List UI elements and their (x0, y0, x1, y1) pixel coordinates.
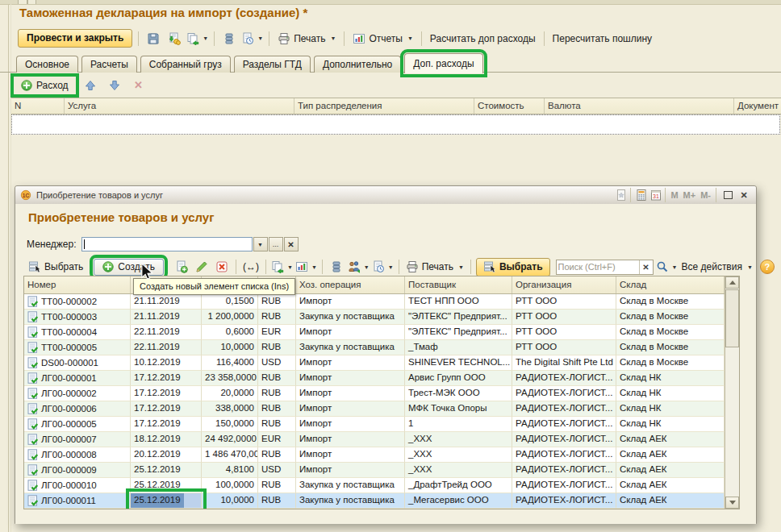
cell-operation[interactable]: Закупка у поставщика (296, 310, 405, 325)
cell-operation[interactable]: Импорт (296, 325, 405, 340)
table-row[interactable]: ЛГ00-00000117.12.201923 358,0000RUBИмпор… (24, 371, 725, 386)
cell-operation[interactable]: Импорт (296, 371, 405, 386)
expense-column-header-0[interactable]: N (11, 98, 65, 114)
cell-currency[interactable]: RUB (258, 417, 296, 432)
cell-number[interactable]: ЛГ00-000009 (24, 463, 131, 478)
cell-sum[interactable]: 0,6000 (202, 325, 258, 340)
cell-number[interactable]: ТТ00-000002 (24, 294, 131, 310)
search-button[interactable]: ▼ (656, 258, 678, 276)
cell-number[interactable]: ЛГ00-000007 (24, 432, 131, 447)
cell-organization[interactable]: РАДИОТЕХ-ЛОГИСТ... (512, 417, 616, 432)
cell-operation[interactable]: Импорт (296, 447, 405, 463)
expense-column-header-4[interactable]: Валюта (545, 98, 734, 114)
cell-warehouse[interactable]: Склад в Москве (616, 294, 725, 310)
purchase-column-header-7[interactable]: Склад (616, 276, 725, 293)
document-log-button[interactable]: ▼ (241, 30, 263, 48)
cell-date[interactable]: 17.12.2019 (131, 417, 202, 432)
add-expense-button[interactable]: Расход (15, 77, 75, 94)
help-button[interactable]: ? (760, 260, 775, 274)
cell-number[interactable]: ЛГ00-000010 (24, 478, 131, 493)
cell-currency[interactable]: RUB (258, 386, 296, 401)
cell-supplier[interactable]: _ДрафтТрейд ООО (405, 478, 512, 493)
cell-currency[interactable]: RUB (258, 294, 296, 310)
purchase-column-header-5[interactable]: Поставщик (405, 276, 512, 293)
cell-organization[interactable]: РАДИОТЕХ-ЛОГИСТ... (512, 371, 616, 386)
delete-row-button[interactable]: ✕ (130, 77, 148, 94)
cell-operation[interactable]: Импорт (296, 417, 405, 432)
cell-supplier[interactable]: "ЭЛТЕКС" Предприят... (405, 325, 512, 340)
cell-currency[interactable]: USD (258, 355, 296, 371)
cell-warehouse[interactable]: Склад АЕК (616, 478, 725, 493)
cell-date[interactable]: 25.12.2019 (131, 478, 202, 493)
expense-column-header-5[interactable]: Документ (734, 98, 781, 114)
scroll-up-button[interactable] (725, 276, 739, 289)
reports-button[interactable]: Отчеты▼ (350, 32, 415, 45)
cell-currency[interactable]: USD (258, 463, 296, 478)
memory-button-0[interactable]: M (668, 190, 680, 200)
cell-supplier[interactable]: Трест-МЭК ООО (405, 386, 512, 401)
cell-currency[interactable]: RUB (258, 493, 296, 509)
select-button[interactable]: Выбрать (27, 260, 85, 273)
table-row[interactable]: ЛГ00-00000217.12.201920,0000RUBИмпортТре… (24, 386, 725, 401)
cell-supplier[interactable]: _Мегасервис ООО (405, 493, 512, 509)
table-row[interactable]: ЛГ00-00000820.12.20191 486 470,00...RUBИ… (24, 447, 725, 463)
cell-currency[interactable]: RUB (258, 401, 296, 417)
cell-currency[interactable]: RUB (258, 340, 296, 355)
post-and-close-button[interactable]: Провести и закрыть (18, 29, 132, 48)
cell-organization[interactable]: РАДИОТЕХ-ЛОГИСТ... (512, 401, 616, 417)
close-button[interactable]: ✕ (737, 189, 751, 202)
cell-date[interactable]: 22.11.2019 (131, 340, 202, 355)
cell-sum[interactable]: 338,0000 (202, 401, 258, 417)
cell-number[interactable]: ЛГ00-000002 (24, 386, 131, 401)
table-row[interactable]: DS00-00000110.12.2019116,4000USDИмпортSH… (24, 355, 725, 371)
tab-4[interactable]: Дополнительно (314, 56, 401, 73)
structure-list-button[interactable] (220, 30, 238, 48)
move-up-button[interactable] (81, 77, 99, 94)
cell-date[interactable]: 21.11.2019 (131, 294, 202, 310)
users-button[interactable]: ▼ (348, 258, 370, 276)
table-row[interactable]: ЛГ00-00001125.12.201910,0000RUBЗакупка у… (24, 493, 725, 509)
cell-supplier[interactable]: SHINEVER TECHNOL... (405, 355, 512, 371)
cell-organization[interactable]: РАДИОТЕХ-ЛОГИСТ... (512, 463, 616, 478)
expense-table-empty-row[interactable] (11, 114, 780, 135)
cell-date[interactable]: 25.12.2019 (131, 463, 202, 478)
cell-number[interactable]: ЛГ00-000011 (24, 493, 131, 509)
cell-operation[interactable]: Импорт (296, 294, 405, 310)
calendar-button[interactable]: 31 (649, 189, 662, 202)
cell-warehouse[interactable]: Склад НК (616, 401, 725, 417)
cell-operation[interactable]: Импорт (296, 355, 405, 371)
cell-currency[interactable]: EUR (258, 325, 296, 340)
cell-date[interactable]: 20.12.2019 (131, 447, 202, 463)
expense-column-header-2[interactable]: Тип распределения (294, 98, 474, 114)
purchase-column-header-4[interactable]: Хоз. операция (296, 276, 405, 293)
favorites-button[interactable] (615, 189, 628, 202)
set-interval-button[interactable]: (↔) (241, 261, 261, 272)
cell-supplier[interactable]: _XXX (405, 432, 512, 447)
tab-3[interactable]: Разделы ГТД (234, 56, 311, 73)
table-row[interactable]: ТТ00-00000522.11.201910,0000RUBЗакупка у… (24, 340, 725, 355)
cell-sum[interactable]: 116,4000 (202, 355, 258, 371)
purchase-column-header-0[interactable]: Номер (24, 276, 131, 293)
cell-organization[interactable]: РАДИОТЕХ-ЛОГИСТ... (512, 386, 616, 401)
cell-number[interactable]: ТТ00-000003 (24, 310, 131, 325)
cell-organization[interactable]: РАДИОТЕХ-ЛОГИСТ... (512, 493, 616, 509)
cell-number[interactable]: DS00-000001 (24, 355, 131, 371)
report-button[interactable]: ▼ (295, 258, 317, 276)
cell-date[interactable]: 18.12.2019 (131, 432, 202, 447)
cell-date[interactable]: 17.12.2019 (131, 371, 202, 386)
cell-date[interactable]: 25.12.2019 (131, 493, 202, 509)
tab-5[interactable]: Доп. расходы (404, 53, 482, 73)
table-row[interactable]: ЛГ00-00000517.12.2019150,0000RUBИмпорт1Р… (24, 417, 725, 432)
tab-0[interactable]: Основное (16, 56, 78, 73)
cell-warehouse[interactable]: Склад НК (616, 417, 725, 432)
cell-sum[interactable]: 20,0000 (202, 386, 258, 401)
cell-currency[interactable]: RUB (258, 310, 296, 325)
search-clear-button[interactable]: ✕ (639, 260, 653, 274)
table-row[interactable]: ТТ00-00000321.11.20191 200,0000RUBЗакупк… (24, 310, 725, 325)
choose-button[interactable]: Выбрать (476, 258, 550, 276)
manager-input[interactable] (81, 237, 253, 251)
cell-warehouse[interactable]: Склад в Москве (616, 310, 725, 325)
cell-warehouse[interactable]: Склад в Москве (616, 355, 725, 371)
cell-number[interactable]: ЛГ00-000005 (24, 417, 131, 432)
cell-organization[interactable]: РАДИОТЕХ-ЛОГИСТ... (512, 432, 616, 447)
